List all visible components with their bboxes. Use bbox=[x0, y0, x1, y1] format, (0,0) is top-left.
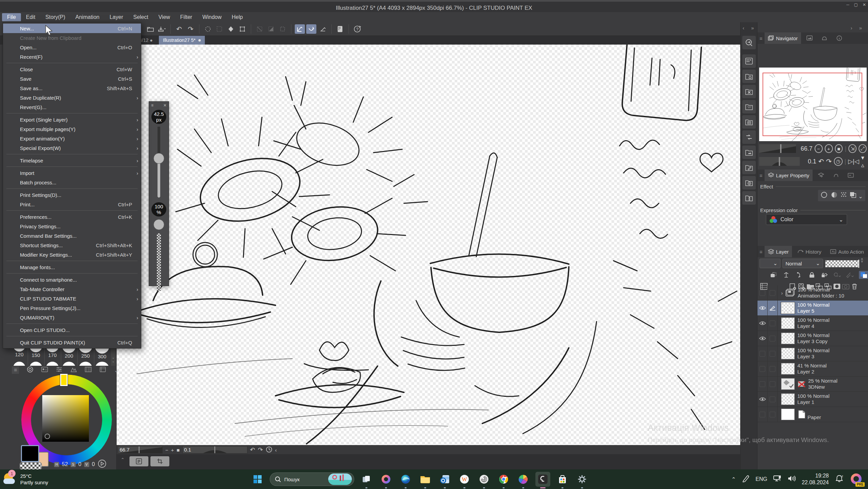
marquee-icon[interactable] bbox=[278, 24, 288, 34]
outlook-icon[interactable] bbox=[437, 472, 452, 487]
blend-mode-dropdown[interactable]: Normal⌄ bbox=[782, 259, 823, 268]
layer-row-3dnew[interactable]: 25 % Normal3DNew bbox=[757, 377, 868, 392]
blend-search-dropdown[interactable]: ⌄ bbox=[760, 259, 780, 268]
tab-subview[interactable] bbox=[803, 32, 816, 44]
snap-grid-icon[interactable] bbox=[318, 24, 328, 34]
deselect-icon[interactable] bbox=[203, 24, 213, 34]
menu-item-open-clip-studio[interactable]: Open CLIP STUDIO... bbox=[3, 325, 141, 335]
approximate-color-tab-icon[interactable] bbox=[99, 366, 106, 374]
layer-thumbnail[interactable] bbox=[781, 302, 795, 314]
weather-widget[interactable]: 1 25°CPartly sunny bbox=[0, 472, 85, 486]
material-tone-panel-icon[interactable] bbox=[742, 100, 756, 113]
material-transfer-panel-icon[interactable] bbox=[742, 130, 756, 144]
pen-tray-icon[interactable] bbox=[742, 475, 749, 484]
brush-size-popup[interactable]: ≡✕ 42.5px 100% bbox=[149, 101, 169, 286]
tab-stroke-preview[interactable] bbox=[844, 170, 857, 181]
menu-item-special-export[interactable]: Special Export(W)› bbox=[3, 143, 141, 153]
language-indicator[interactable]: ENG bbox=[755, 476, 767, 482]
nav-zoom-100-icon[interactable]: ■ bbox=[835, 144, 843, 153]
layer-thumbnail[interactable] bbox=[781, 348, 795, 359]
halftone-effect-icon[interactable] bbox=[840, 191, 847, 200]
menu-item-open[interactable]: Open...Ctrl+O bbox=[3, 43, 141, 52]
nav-reset-rotation-icon[interactable]: ◷ bbox=[834, 157, 843, 166]
fill-triangle-icon[interactable] bbox=[266, 24, 276, 34]
notification-bell-icon[interactable]: z bbox=[835, 474, 844, 484]
tab-navigator[interactable]: Navigator bbox=[765, 32, 801, 44]
popup-close-icon[interactable]: ✕ bbox=[163, 103, 167, 108]
color-slider-tab-icon[interactable] bbox=[56, 366, 63, 374]
menu-item-timelapse[interactable]: Timelapse› bbox=[3, 156, 141, 165]
clip-at-layer-below-icon[interactable] bbox=[769, 271, 778, 279]
hue-marker[interactable] bbox=[60, 374, 68, 386]
nav-zoom-out-icon[interactable]: − bbox=[815, 144, 823, 153]
navigator-preview[interactable] bbox=[759, 68, 867, 141]
tab-history[interactable]: History bbox=[794, 246, 825, 257]
eye-icon[interactable] bbox=[759, 306, 766, 310]
nav-fit-window-icon[interactable]: ⤢ bbox=[859, 144, 867, 153]
menu-file[interactable]: File bbox=[2, 13, 21, 21]
tab-item-bank[interactable] bbox=[818, 32, 831, 44]
tab-layer[interactable]: Layer bbox=[765, 246, 792, 257]
collapse-status-icon[interactable]: ‹ bbox=[275, 447, 277, 453]
menu-item-connect-to-smartphone[interactable]: Connect to smartphone... bbox=[3, 275, 141, 284]
menu-view[interactable]: View bbox=[153, 13, 175, 21]
layer-row-layer3[interactable]: 100 % NormalLayer 3 bbox=[757, 346, 868, 361]
clip-studio-paint-taskbar-icon[interactable] bbox=[535, 472, 550, 487]
nav-fit-screen-icon[interactable]: ⇲ bbox=[848, 144, 857, 153]
redo-icon[interactable]: ↷ bbox=[186, 24, 196, 34]
layer-thumbnail[interactable] bbox=[781, 393, 795, 405]
menu-window[interactable]: Window bbox=[197, 13, 227, 21]
menu-item-modifier-key-settings[interactable]: Modifier Key Settings...Ctrl+Shift+Alt+Y bbox=[3, 250, 141, 259]
sv-marker[interactable] bbox=[45, 434, 50, 439]
rail-collapse-icons[interactable]: ‹ » bbox=[743, 25, 757, 31]
network-icon[interactable] bbox=[773, 475, 781, 483]
transparent-color-swatch[interactable] bbox=[20, 462, 42, 470]
invert-selection-icon[interactable] bbox=[226, 24, 236, 34]
material-image-panel-icon[interactable] bbox=[742, 146, 756, 159]
lock-layer-icon[interactable] bbox=[807, 271, 816, 279]
layer-row-layer2[interactable]: 41 % NormalLayer 2 bbox=[757, 361, 868, 377]
menu-item-import[interactable]: Import› bbox=[3, 168, 141, 178]
expand-up-icon[interactable]: ⌃ bbox=[121, 457, 125, 462]
undo-icon[interactable]: ↶ bbox=[174, 24, 184, 34]
subview-button[interactable] bbox=[129, 456, 148, 466]
tab-layer-property[interactable]: Layer Property bbox=[765, 170, 813, 181]
nav-flip-vertical-icon[interactable]: ▾▵ bbox=[861, 154, 864, 169]
layer-thumbnail[interactable] bbox=[781, 363, 795, 375]
main-color-swatch[interactable] bbox=[21, 445, 39, 462]
menu-item-tabmate-controller[interactable]: Tab-Mate Controller› bbox=[3, 284, 141, 294]
navigator-menu-icon[interactable]: ≡ bbox=[760, 35, 763, 41]
layer-row-paper[interactable]: Paper bbox=[757, 407, 868, 422]
expression-color-dropdown[interactable]: Color ⌄ bbox=[766, 214, 847, 225]
rotate-slider[interactable]: 0.1 bbox=[183, 446, 247, 454]
start-button[interactable] bbox=[250, 472, 265, 487]
brush-opacity-slider[interactable] bbox=[158, 219, 160, 231]
color-history-icon[interactable] bbox=[98, 459, 106, 469]
opacity-stepper[interactable]: ˄˅ bbox=[861, 258, 863, 263]
menu-item-export-multiple-pages[interactable]: Export multiple pages(Y)› bbox=[3, 124, 141, 134]
panel-collapse-icons[interactable]: › » bbox=[850, 25, 865, 31]
quick-access-panel-icon[interactable] bbox=[742, 36, 756, 49]
menu-item-print-settings[interactable]: Print Settings(D)... bbox=[3, 190, 141, 200]
transform-icon[interactable] bbox=[237, 24, 247, 34]
tab-information[interactable] bbox=[833, 32, 846, 44]
eye-icon[interactable] bbox=[759, 397, 766, 401]
menu-item-save-as[interactable]: Save as...Shift+Alt+S bbox=[3, 83, 141, 93]
volume-icon[interactable] bbox=[788, 475, 796, 483]
palette-menu-icon[interactable]: ≡ bbox=[12, 366, 19, 374]
menu-edit[interactable]: Edit bbox=[21, 13, 41, 21]
navigator-rotate-slider[interactable] bbox=[759, 157, 800, 166]
color-wheel-tab-icon[interactable] bbox=[27, 366, 33, 374]
color-mixing-tab-icon[interactable] bbox=[70, 366, 77, 374]
spiral-app-icon[interactable] bbox=[477, 472, 491, 487]
nav-rotate-left-icon[interactable]: ↶ bbox=[818, 157, 824, 165]
zoom-reset-icon[interactable]: ■ bbox=[177, 447, 180, 453]
lock-transparent-pixels-icon[interactable] bbox=[820, 271, 829, 279]
material-3d-panel-icon[interactable] bbox=[742, 176, 756, 189]
layer-row-layer5[interactable]: 100 % NormalLayer 5 bbox=[757, 301, 868, 316]
menu-item-manage-fonts[interactable]: Manage fonts... bbox=[3, 262, 141, 272]
minimize-icon[interactable]: ─ bbox=[846, 2, 849, 7]
menu-item-save[interactable]: SaveCtrl+S bbox=[3, 74, 141, 83]
eye-icon[interactable] bbox=[759, 336, 766, 340]
menu-item-preferences[interactable]: Preferences...Ctrl+K bbox=[3, 212, 141, 222]
